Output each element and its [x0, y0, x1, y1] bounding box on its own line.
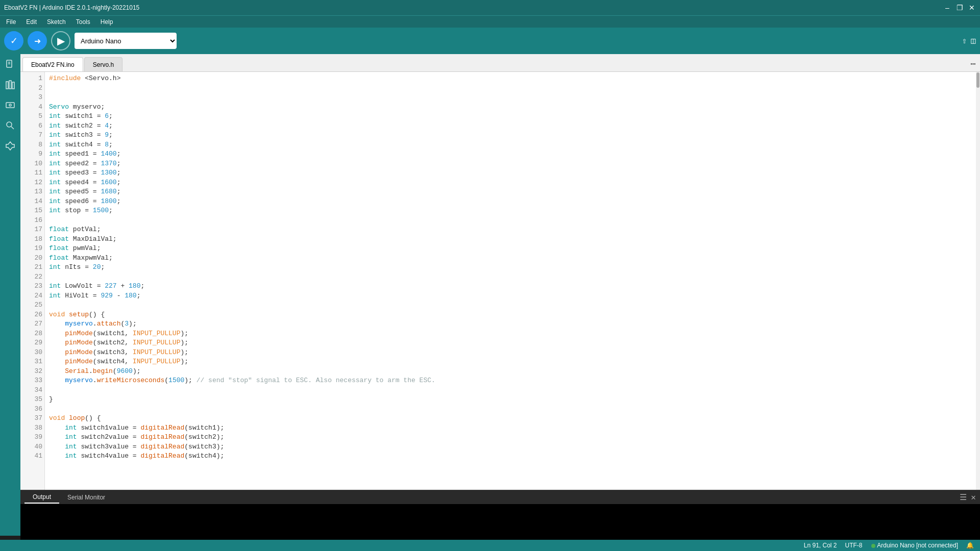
tab-more-button[interactable]: ⋯	[970, 58, 976, 71]
app-title: EboatV2 FN | Arduino IDE 2.0.1-nightly-2…	[4, 4, 139, 11]
code-line-40: int switch3value = digitalRead(switch3);	[49, 442, 976, 452]
verify-button[interactable]: ✓	[4, 31, 23, 51]
code-line-22	[49, 272, 976, 282]
tab-bar: EboatV2 FN.ino Servo.h ⋯	[20, 54, 980, 72]
code-line-30: pinMode(switch3, INPUT_PULLUP);	[49, 348, 976, 358]
files-icon[interactable]	[4, 58, 16, 70]
output-close-icon[interactable]: ✕	[971, 492, 976, 503]
tab-servo[interactable]: Servo.h	[84, 57, 122, 71]
code-line-11: int speed3 = 1300;	[49, 168, 976, 178]
toolbar-right: ⇧ ◫	[962, 36, 976, 46]
code-line-12: int speed4 = 1600;	[49, 178, 976, 188]
board-status: Arduino Nano [not connected]	[871, 542, 958, 549]
code-line-18: float MaxDialVal;	[49, 235, 976, 244]
code-line-20: float MaxpwmVal;	[49, 254, 976, 263]
code-line-36	[49, 405, 976, 414]
svg-rect-6	[6, 103, 14, 108]
output-tabs: Output Serial Monitor ☰ ✕	[20, 490, 980, 504]
code-line-19: float pwmVal;	[49, 244, 976, 254]
svg-marker-10	[6, 142, 14, 150]
code-line-8: int switch4 = 8;	[49, 140, 976, 150]
tab-eboatv2fn[interactable]: EboatV2 FN.ino	[22, 57, 83, 71]
board-manager-icon[interactable]	[4, 99, 16, 111]
code-line-4: Servo myservo;	[49, 103, 976, 112]
output-tab-output[interactable]: Output	[24, 491, 59, 504]
upload-button[interactable]: ➜	[28, 31, 47, 51]
output-tab-right: ☰ ✕	[960, 492, 976, 503]
cursor-position: Ln 91, Col 2	[804, 542, 837, 549]
menu-sketch[interactable]: Sketch	[43, 17, 70, 27]
editor-scrollbar[interactable]	[976, 72, 980, 490]
line-numbers: 12345 678910 1112131415 1617181920 21222…	[20, 72, 45, 490]
code-line-16	[49, 216, 976, 226]
code-line-9: int speed1 = 1400;	[49, 149, 976, 159]
svg-point-7	[9, 104, 11, 106]
code-line-31: pinMode(switch4, INPUT_PULLUP);	[49, 357, 976, 367]
output-tab-serial-monitor[interactable]: Serial Monitor	[59, 492, 113, 503]
restore-button[interactable]: ❐	[955, 4, 964, 12]
plugin-icon[interactable]	[4, 140, 16, 152]
svg-rect-4	[9, 81, 11, 89]
code-line-35: }	[49, 395, 976, 405]
code-line-37: void loop() {	[49, 414, 976, 423]
code-line-27: myservo.attach(3);	[49, 319, 976, 329]
title-bar: EboatV2 FN | Arduino IDE 2.0.1-nightly-2…	[0, 0, 980, 15]
svg-point-11	[871, 544, 875, 548]
minimize-button[interactable]: –	[943, 4, 951, 12]
code-line-41: int switch4value = digitalRead(switch4);	[49, 452, 976, 461]
code-line-7: int switch3 = 9;	[49, 131, 976, 140]
menu-help[interactable]: Help	[96, 17, 117, 27]
board-selector[interactable]: Arduino Nano	[75, 33, 177, 49]
debug-button[interactable]: ▶	[51, 31, 70, 51]
serial-monitor-icon[interactable]: ◫	[971, 36, 976, 46]
code-line-39: int switch2value = digitalRead(switch2);	[49, 433, 976, 442]
code-editor: 12345 678910 1112131415 1617181920 21222…	[20, 72, 980, 490]
svg-line-9	[11, 127, 14, 129]
code-line-33: myservo.writeMicroseconds(1500); // send…	[49, 376, 976, 386]
code-line-13: int speed5 = 1680;	[49, 187, 976, 197]
code-line-32: Serial.begin(9600);	[49, 367, 976, 377]
code-line-6: int switch2 = 4;	[49, 121, 976, 131]
svg-point-8	[7, 122, 12, 127]
code-line-17: float potVal;	[49, 225, 976, 235]
menu-bar: File Edit Sketch Tools Help	[0, 15, 980, 28]
search-icon[interactable]	[4, 119, 16, 132]
code-line-24: int HiVolt = 929 - 180;	[49, 291, 976, 301]
serial-plotter-icon[interactable]: ⇧	[962, 36, 967, 46]
code-line-23: int LowVolt = 227 + 180;	[49, 282, 976, 291]
side-panel	[0, 54, 20, 536]
status-bar: Ln 91, Col 2 UTF-8 Arduino Nano [not con…	[0, 540, 980, 551]
code-line-1: #include <Servo.h>	[49, 74, 976, 84]
output-menu-icon[interactable]: ☰	[960, 492, 967, 503]
menu-tools[interactable]: Tools	[72, 17, 94, 27]
code-line-28: pinMode(switch1, INPUT_PULLUP);	[49, 329, 976, 339]
code-line-25	[49, 300, 976, 310]
code-content[interactable]: #include <Servo.h> Servo myservo; int sw…	[45, 72, 980, 490]
code-line-14: int speed6 = 1800;	[49, 197, 976, 207]
code-line-38: int switch1value = digitalRead(switch1);	[49, 423, 976, 433]
encoding: UTF-8	[845, 542, 863, 549]
code-line-5: int switch1 = 6;	[49, 112, 976, 121]
toolbar: ✓ ➜ ▶ Arduino Nano ⇧ ◫	[0, 28, 980, 54]
svg-rect-3	[6, 82, 8, 89]
code-line-3	[49, 93, 976, 103]
code-line-29: pinMode(switch2, INPUT_PULLUP);	[49, 338, 976, 348]
menu-edit[interactable]: Edit	[22, 17, 41, 27]
library-icon[interactable]	[4, 79, 16, 91]
menu-file[interactable]: File	[2, 17, 20, 27]
code-line-21: int nIts = 20;	[49, 263, 976, 272]
code-line-10: int speed2 = 1370;	[49, 159, 976, 169]
code-line-34	[49, 386, 976, 395]
notification-icon[interactable]: 🔔	[966, 542, 974, 549]
code-line-15: int stop = 1500;	[49, 206, 976, 216]
svg-rect-5	[12, 82, 14, 89]
close-button[interactable]: ✕	[968, 4, 976, 12]
code-line-26: void setup() {	[49, 310, 976, 320]
window-controls: – ❐ ✕	[943, 4, 976, 12]
code-line-2	[49, 84, 976, 93]
